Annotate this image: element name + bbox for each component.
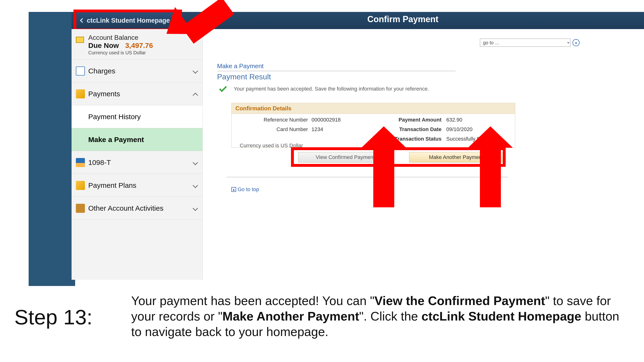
sidebar: Account Balance Due Now 3,497.76 Currenc… <box>72 29 203 280</box>
goto-select[interactable]: go to ... <box>480 39 570 47</box>
go-to-top-label: Go to top <box>238 186 259 193</box>
sidebar-item-charges[interactable]: Charges <box>72 59 202 82</box>
due-now-label: Due Now <box>88 41 119 49</box>
go-to-top-link[interactable]: ▲ Go to top <box>231 186 259 193</box>
panel-heading: Confirmation Details <box>232 103 515 114</box>
sidebar-item-label: 1098-T <box>88 158 111 167</box>
person-icon <box>76 158 85 167</box>
breadcrumb: Make a Payment <box>217 62 264 70</box>
page-title: Confirm Payment <box>367 14 438 24</box>
sidebar-item-label: Payment History <box>88 113 141 121</box>
step-number: Step 13: <box>14 305 92 329</box>
sidebar-item-label: Make a Payment <box>88 136 144 144</box>
instruction-caption: Your payment has been accepted! You can … <box>131 293 625 340</box>
checkmark-icon <box>219 84 227 92</box>
chevron-up-icon <box>193 93 198 98</box>
sidebar-item-label: Other Account Activities <box>88 204 164 212</box>
payments-icon <box>76 89 85 98</box>
sidebar-item-payments[interactable]: Payments <box>72 82 202 105</box>
goto-navigator: go to ... » <box>480 39 580 47</box>
up-arrow-icon: ▲ <box>231 187 236 192</box>
chevron-down-icon <box>193 160 198 165</box>
card-number-value: 1234 <box>312 126 323 132</box>
reference-number-value: 0000002918 <box>312 117 340 123</box>
go-arrow-icon: » <box>575 40 577 45</box>
annotation-arrow-to-make-another-button <box>480 145 501 207</box>
sidebar-item-label: Charges <box>88 67 115 75</box>
divider <box>226 177 508 177</box>
card-icon <box>76 37 84 43</box>
sidebar-item-payment-plans[interactable]: Payment Plans <box>72 174 202 197</box>
coins-icon <box>76 181 85 190</box>
left-background-stripe <box>28 12 75 286</box>
caption-bold: Make Another Payment <box>222 309 359 323</box>
accepted-message: Your payment has been accepted. Save the… <box>234 86 429 92</box>
annotation-highlight-buttons <box>291 147 506 167</box>
caption-bold: View the Confirmed Payment <box>374 294 545 308</box>
goto-go-button[interactable]: » <box>572 39 580 46</box>
sidebar-subitem-payment-history[interactable]: Payment History <box>72 105 202 128</box>
chevron-down-icon <box>193 183 198 188</box>
due-amount: 3,497.76 <box>125 41 153 49</box>
divider <box>217 71 456 71</box>
section-heading: Payment Result <box>217 72 271 81</box>
currency-note: Currency used is US Dollar <box>88 50 196 55</box>
chevron-down-icon <box>193 205 198 211</box>
sidebar-subitem-make-payment[interactable]: Make a Payment <box>72 128 202 151</box>
reference-number-label: Reference Number <box>241 117 308 123</box>
sidebar-item-1098t[interactable]: 1098-T <box>72 151 202 174</box>
payment-amount-label: Payment Amount <box>375 117 442 123</box>
main-content: go to ... » Make a Payment Payment Resul… <box>203 29 608 280</box>
card-number-label: Card Number <box>241 126 308 132</box>
charges-icon <box>76 66 85 75</box>
sidebar-item-other-activities[interactable]: Other Account Activities <box>72 197 202 220</box>
payment-amount-value: 632.90 <box>446 117 462 123</box>
sidebar-item-label: Payment Plans <box>88 181 136 189</box>
folder-icon <box>76 204 85 213</box>
caption-bold: ctcLink Student Homepage <box>422 309 581 323</box>
caption-text: Your payment has been accepted! You can … <box>131 294 374 308</box>
caption-text: ". Click the <box>359 309 422 323</box>
annotation-arrow-to-view-button <box>373 145 394 207</box>
chevron-down-icon <box>193 68 198 74</box>
sidebar-item-label: Payments <box>88 90 120 98</box>
